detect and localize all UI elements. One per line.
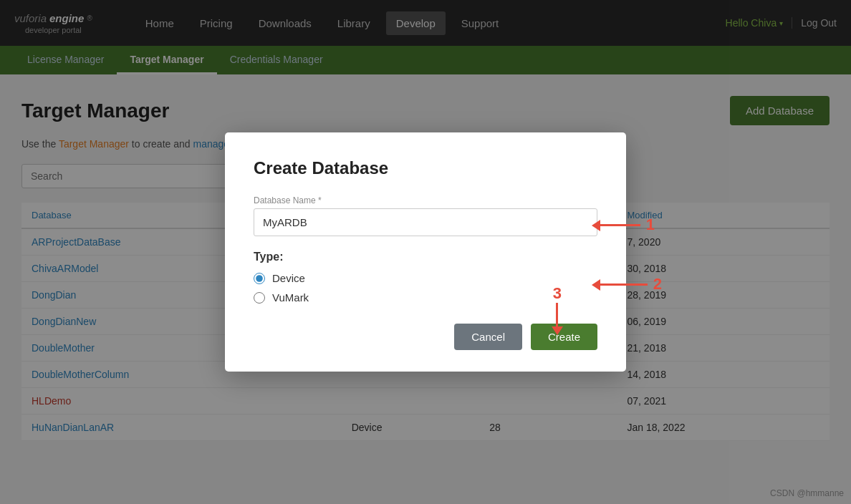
create-button[interactable]: Create bbox=[531, 324, 597, 350]
type-device-option[interactable]: Device bbox=[254, 272, 597, 284]
annotation-2: 2 bbox=[653, 275, 662, 294]
db-name-label: Database Name * bbox=[254, 195, 597, 205]
modal-actions: Cancel Create 3 bbox=[254, 324, 597, 350]
type-vumark-option[interactable]: VuMark bbox=[254, 291, 597, 304]
modal-overlay[interactable]: Create Database Database Name * 1 Type: … bbox=[0, 0, 851, 462]
device-radio[interactable] bbox=[254, 273, 265, 284]
vumark-label: VuMark bbox=[272, 291, 309, 304]
device-label: Device bbox=[272, 272, 305, 284]
type-label: Type: bbox=[254, 251, 597, 263]
db-name-form-group: Database Name * 1 bbox=[254, 195, 597, 236]
cancel-button[interactable]: Cancel bbox=[454, 324, 522, 350]
type-radio-group: Device VuMark 2 bbox=[254, 272, 597, 304]
modal-title: Create Database bbox=[254, 158, 597, 178]
db-name-input[interactable] bbox=[254, 208, 597, 236]
annotation-1: 1 bbox=[646, 215, 655, 234]
create-database-modal: Create Database Database Name * 1 Type: … bbox=[225, 132, 626, 372]
vumark-radio[interactable] bbox=[254, 292, 265, 304]
